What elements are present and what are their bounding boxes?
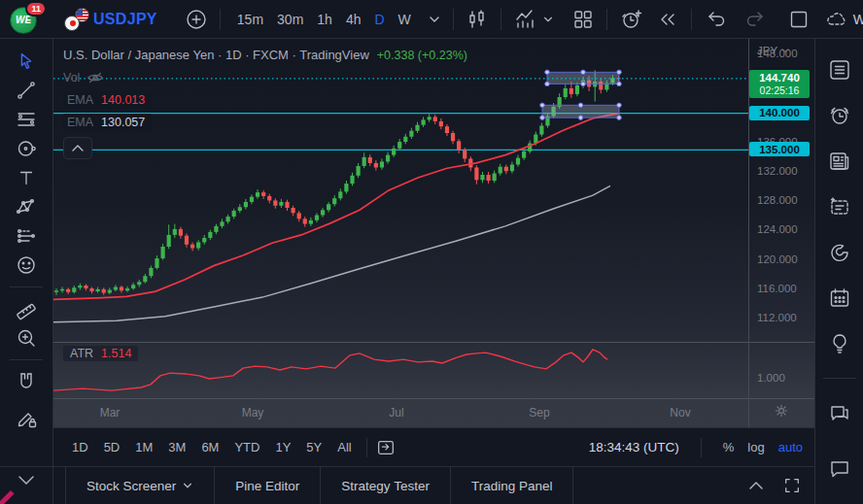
- go-to-date-button[interactable]: [375, 437, 397, 458]
- collapse-legend-button[interactable]: [63, 137, 92, 159]
- timeframe-W[interactable]: W: [394, 9, 416, 30]
- news-button[interactable]: [815, 138, 863, 184]
- price-tick-148: 148.000: [757, 48, 798, 59]
- range-6M[interactable]: 6M: [194, 436, 225, 458]
- text-tool[interactable]: [0, 163, 52, 192]
- lock-drawings-tool[interactable]: [0, 404, 52, 433]
- text-tool-icon: [16, 167, 37, 188]
- toolbar-right-cluster: Wealthy Educ...: [691, 8, 863, 31]
- toolbar-divider: [501, 9, 501, 30]
- volume-label: Vol: [63, 71, 80, 84]
- tab-strategy-tester[interactable]: Strategy Tester: [321, 467, 451, 504]
- ellipse-shape-tool[interactable]: [0, 134, 52, 163]
- calendar-button[interactable]: [815, 275, 863, 320]
- symbol-search-button[interactable]: USDJPY: [64, 8, 157, 31]
- ideas-button[interactable]: [815, 320, 863, 366]
- cloud-account-button[interactable]: Wealthy Educ...: [824, 9, 863, 30]
- toolbar-divider: [691, 9, 692, 30]
- notification-badge: 11: [25, 1, 47, 17]
- range-1D[interactable]: 1D: [65, 436, 95, 458]
- chart-type-button[interactable]: [466, 8, 489, 31]
- volume-legend-row[interactable]: Vol: [63, 71, 104, 84]
- timeframe-30m[interactable]: 30m: [272, 9, 308, 30]
- range-5D[interactable]: 5D: [97, 436, 127, 458]
- chevron-down-wide-icon: [14, 471, 39, 492]
- private-chat-button[interactable]: [815, 446, 863, 491]
- level-140-label: 140.000: [749, 106, 810, 120]
- xabcd-pattern-icon: [15, 195, 38, 218]
- zoom-in-tool[interactable]: [0, 323, 52, 353]
- tradingview-app: WE 11 USDJPY 15m30m1h4hDW: [0, 0, 863, 504]
- chart-legend[interactable]: U.S. Dollar / Japanese Yen · 1D · FXCM ·…: [63, 48, 467, 62]
- compare-add-button[interactable]: [185, 8, 208, 31]
- ema-fast-legend-row[interactable]: EMA 140.013: [63, 91, 152, 109]
- range-3M[interactable]: 3M: [161, 436, 192, 458]
- range-group: 1D5D1M3M6MYTD1Y5YAll: [65, 436, 359, 458]
- axis-settings-cluster: 18:34:43 (UTC) % log auto: [589, 438, 803, 457]
- create-alert-button[interactable]: [619, 7, 644, 32]
- timeframe-1h[interactable]: 1h: [312, 9, 337, 30]
- range-YTD[interactable]: YTD: [227, 436, 266, 458]
- utc-clock[interactable]: 18:34:43 (UTC): [589, 440, 679, 454]
- range-1M[interactable]: 1M: [128, 436, 159, 458]
- fullscreen-button[interactable]: [783, 477, 801, 494]
- symbol-description: U.S. Dollar / Japanese Yen · 1D · FXCM ·…: [63, 48, 369, 62]
- symbol-name: USDJPY: [93, 11, 157, 28]
- price-chart-canvas[interactable]: [53, 39, 814, 427]
- chart-pane[interactable]: U.S. Dollar / Japanese Yen · 1D · FXCM ·…: [53, 39, 814, 427]
- tab-pine-editor[interactable]: Pine Editor: [215, 467, 321, 504]
- indicators-button[interactable]: [513, 8, 554, 31]
- calendar-icon: [827, 286, 852, 311]
- scale-settings[interactable]: [748, 403, 814, 419]
- axis-month-nov: Nov: [670, 406, 690, 420]
- save-layout-button[interactable]: [787, 8, 811, 31]
- alert-clock-icon: [619, 7, 644, 32]
- data-window-icon: [827, 194, 852, 219]
- hotlists-button[interactable]: [815, 229, 863, 275]
- timeframe-4h[interactable]: 4h: [341, 9, 366, 30]
- timeframe-dropdown[interactable]: [428, 13, 441, 26]
- log-scale-toggle[interactable]: log: [747, 440, 764, 454]
- price-tick-128: 128.000: [757, 194, 798, 206]
- ema-slow-legend-row[interactable]: EMA 130.057: [63, 114, 152, 131]
- data-window-button[interactable]: [815, 184, 863, 229]
- timeframe-group: 15m30m1h4hDW: [232, 9, 416, 30]
- trend-line-tool[interactable]: [0, 76, 52, 105]
- atr-legend-row[interactable]: ATR 1.514: [63, 346, 138, 361]
- range-All[interactable]: All: [330, 436, 358, 458]
- watchlist-button[interactable]: [815, 47, 863, 92]
- tab-stock-screener[interactable]: Stock Screener: [65, 467, 215, 504]
- forecast-tool[interactable]: [0, 221, 52, 251]
- undo-button[interactable]: [706, 8, 729, 31]
- range-1Y[interactable]: 1Y: [268, 436, 297, 458]
- redo-button[interactable]: [742, 8, 766, 31]
- ellipse-shape-icon: [15, 137, 38, 160]
- wealthy-education-logo[interactable]: WE 11: [10, 5, 39, 34]
- layout-grid-button[interactable]: [571, 8, 595, 31]
- cursor-tool[interactable]: [0, 47, 52, 76]
- hide-drawings-toolbar-button[interactable]: [0, 466, 53, 504]
- emoji-tool[interactable]: [0, 251, 52, 280]
- collapse-panel-button[interactable]: [748, 480, 764, 491]
- measure-tool[interactable]: [0, 294, 52, 323]
- price-tick-112: 112.000: [757, 312, 797, 323]
- timeframe-D[interactable]: D: [369, 9, 389, 30]
- public-chats-button[interactable]: [815, 390, 863, 436]
- price-scale[interactable]: JPY 148.000144.000140.000136.000132.0001…: [748, 39, 814, 427]
- right-sidebar: [814, 39, 863, 504]
- percent-scale-toggle[interactable]: %: [723, 440, 735, 454]
- replay-rewind-icon: [656, 8, 679, 31]
- price-tick-120: 120.000: [757, 253, 798, 265]
- bar-replay-button[interactable]: [656, 8, 679, 31]
- alerts-button[interactable]: [815, 92, 863, 138]
- magnet-mode-tool[interactable]: [0, 367, 52, 396]
- corner-accent: [0, 490, 15, 504]
- eye-slash-icon[interactable]: [86, 71, 104, 84]
- auto-scale-toggle[interactable]: auto: [778, 440, 803, 454]
- range-5Y[interactable]: 5Y: [299, 436, 328, 458]
- tab-trading-panel[interactable]: Trading Panel: [451, 467, 574, 504]
- axis-month-jul: Jul: [389, 406, 403, 420]
- xabcd-pattern-tool[interactable]: [0, 192, 52, 221]
- fib-retracement-tool[interactable]: [0, 105, 52, 134]
- timeframe-15m[interactable]: 15m: [232, 9, 268, 30]
